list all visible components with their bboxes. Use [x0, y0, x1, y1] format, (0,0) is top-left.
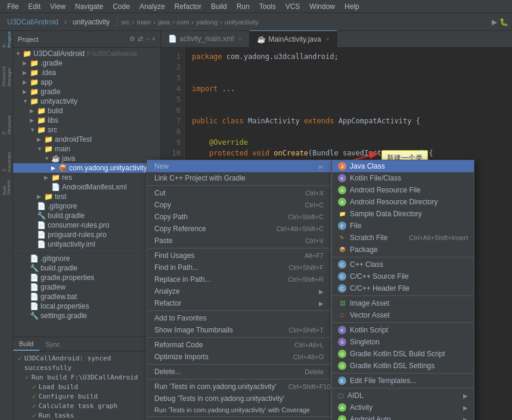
tree-root[interactable]: ▼ 📁 U3DCallAndroid F:\U3DCallAndroid	[13, 49, 160, 58]
tree-test-dir[interactable]: ▶ 📁 test	[13, 192, 160, 201]
menu-navigate[interactable]: Navigate	[70, 1, 108, 12]
sub-android-res-dir[interactable]: A Android Resource Directory	[332, 196, 474, 208]
tree-manifest-file[interactable]: ▶ 📄 AndroidManifest.xml	[13, 182, 160, 192]
ctx-refactor[interactable]: Refactor ▶	[147, 297, 331, 309]
tab-xml-close[interactable]: ×	[238, 36, 242, 42]
menu-code[interactable]: Code	[108, 1, 135, 12]
tree-package-dir[interactable]: ▶ 📦 com.yadong.unityactivity	[13, 163, 160, 173]
sub-edit-templates[interactable]: E Edit File Templates...	[332, 375, 474, 387]
tree-buildgradle2-file[interactable]: ▶ 🔧 build.gradle	[13, 211, 160, 220]
menu-window[interactable]: Window	[305, 1, 340, 12]
toolbar-module[interactable]: unityactivity	[69, 17, 113, 27]
menu-file[interactable]: File	[2, 1, 23, 12]
sidebar-icon-buildvariants[interactable]: Build Variants	[1, 181, 13, 193]
tree-res-dir[interactable]: ▶ 📁 res	[13, 173, 160, 182]
ctx-reformat[interactable]: Reformat Code Ctrl+Alt+L	[147, 339, 331, 351]
tree-rootbuildgradle-file[interactable]: ▶ 🔧 build.gradle	[13, 263, 160, 273]
ctx-run-coverage[interactable]: Run 'Tests in com.yadong.unityactivity' …	[147, 405, 331, 415]
ctx-analyze[interactable]: Analyze ▶	[147, 285, 331, 297]
sub-cpp-src[interactable]: C C/C++ Source File	[332, 270, 474, 282]
tree-gradle-dir[interactable]: ▶ 📁 .gradle	[13, 58, 160, 68]
ctx-optimize[interactable]: Optimize Imports Ctrl+Alt+O	[147, 351, 331, 363]
menu-tools[interactable]: Tools	[255, 1, 281, 12]
menu-analyze[interactable]: Analyze	[135, 1, 170, 12]
ctx-debug-tests[interactable]: Debug 'Tests in com.yadong.unityactivity…	[147, 393, 331, 405]
sub-gradle-settings[interactable]: G Gradle Kotlin DSL Settings	[332, 360, 474, 372]
tab-mainactivity-java[interactable]: ☕ MainActivity.java ×	[250, 30, 337, 47]
toolbar-project[interactable]: U3DCallAndroid	[4, 17, 62, 27]
sidebar-icon-resource[interactable]: Resource Manager	[1, 70, 13, 82]
ctx-replace-path[interactable]: Replace in Path... Ctrl+Shift+R	[147, 273, 331, 285]
sub-aidl[interactable]: ⬡ AIDL ▶	[332, 390, 474, 402]
tree-gradle2-dir[interactable]: ▶ 📁 gradle	[13, 87, 160, 97]
panel-minus-icon[interactable]: −	[145, 35, 149, 43]
sub-cpp-hdr[interactable]: C C/C++ Header File	[332, 282, 474, 294]
sub-scratch[interactable]: ✎ Scratch File Ctrl+Alt+Shift+Insert	[332, 232, 474, 244]
ctx-copy-path[interactable]: Copy Path Ctrl+Shift+C	[147, 211, 331, 223]
toolbar-debug-btn[interactable]: 🐛	[499, 18, 508, 26]
tree-libs-dir[interactable]: ▶ 📁 libs	[13, 116, 160, 125]
tree-src-dir[interactable]: ▼ 📁 src	[13, 125, 160, 135]
tree-gitignore2-file[interactable]: ▶ 📄 .gitignore	[13, 201, 160, 211]
tree-iml-file[interactable]: ▶ 📄 unityactivity.iml	[13, 239, 160, 249]
sub-android-res-file[interactable]: A Android Resource File	[332, 184, 474, 196]
ctx-copy[interactable]: Copy Ctrl+C	[147, 199, 331, 211]
toolbar-run-btn[interactable]: ▶	[492, 18, 497, 26]
ctx-show-thumbnails[interactable]: Show Image Thumbnails Ctrl+Shift+T	[147, 324, 331, 336]
sub-kotlin-file[interactable]: K Kotlin File/Class	[332, 172, 474, 184]
menu-run[interactable]: Run	[232, 1, 255, 12]
sub-cpp-class[interactable]: C C++ Class	[332, 259, 474, 270]
tab-sync[interactable]: Sync	[39, 337, 66, 351]
tree-consumer-file[interactable]: ▶ 📄 consumer-rules.pro	[13, 220, 160, 230]
sub-java-class[interactable]: J Java Class	[332, 160, 474, 172]
sub-activity[interactable]: A Activity ▶	[332, 402, 474, 413]
sub-singleton[interactable]: S Singleton	[332, 336, 474, 348]
tree-unity-dir[interactable]: ▼ 📁 unityactivity	[13, 97, 160, 106]
ctx-delete[interactable]: Delete... Delete	[147, 366, 331, 378]
tree-rootgitignore-file[interactable]: ▶ 📄 .gitignore	[13, 254, 160, 263]
menu-build[interactable]: Build	[206, 1, 232, 12]
tree-gradleprop-file[interactable]: ▶ 📄 gradle.properties	[13, 273, 160, 282]
tree-androidtest-dir[interactable]: ▶ 📁 androidTest	[13, 135, 160, 144]
sub-file[interactable]: F File	[332, 220, 474, 232]
tree-proguard-file[interactable]: ▶ 📄 proguard-rules.pro	[13, 230, 160, 239]
tree-gradlew-file[interactable]: ▶ 📄 gradlew	[13, 282, 160, 292]
ctx-find-path[interactable]: Find in Path... Ctrl+Shift+F	[147, 262, 331, 273]
sub-kotlin-script[interactable]: K Kotlin Script	[332, 324, 474, 336]
panel-sync-icon[interactable]: ⇄	[138, 35, 143, 43]
tree-build-dir[interactable]: ▶ 📁 build	[13, 106, 160, 116]
tree-idea-dir[interactable]: ▶ 📁 .idea	[13, 68, 160, 77]
sidebar-icon-favorites[interactable]: 2: Favorites	[1, 156, 13, 168]
menu-view[interactable]: View	[45, 1, 70, 12]
tree-localprop-file[interactable]: ▶ 📄 local.properties	[13, 301, 160, 311]
sub-package[interactable]: 📦 Package	[332, 244, 474, 256]
tab-build[interactable]: Build	[13, 337, 39, 351]
menu-vcs[interactable]: VCS	[281, 1, 305, 12]
tree-settingsgradle-file[interactable]: ▶ 🔧 settings.gradle	[13, 311, 160, 321]
sub-android-auto[interactable]: A Android Auto ▶	[332, 413, 474, 420]
ctx-cut[interactable]: Cut Ctrl+X	[147, 187, 331, 199]
sub-sample-data[interactable]: 📁 Sample Data Directory	[332, 208, 474, 220]
ctx-new[interactable]: New ▶	[147, 160, 331, 172]
tree-gradlewbat-file[interactable]: ▶ 📄 gradlew.bat	[13, 292, 160, 301]
ctx-run-tests[interactable]: Run 'Tests in com.yadong.unityactivity' …	[147, 381, 331, 393]
panel-close-icon[interactable]: ×	[152, 35, 156, 43]
tree-app-dir[interactable]: ▶ 📁 app	[13, 77, 160, 87]
tab-java-close[interactable]: ×	[326, 36, 330, 42]
tab-activity-xml[interactable]: 📄 activity_main.xml ×	[161, 30, 250, 47]
menu-help[interactable]: Help	[340, 1, 364, 12]
menu-refactor[interactable]: Refactor	[170, 1, 206, 12]
ctx-paste[interactable]: Paste Ctrl+V	[147, 235, 331, 247]
tree-main-dir[interactable]: ▼ 📁 main	[13, 144, 160, 154]
sidebar-icon-project[interactable]: 1: Project	[1, 33, 13, 45]
tree-java-dir[interactable]: ▼ ☕ java	[13, 154, 160, 163]
ctx-copy-ref[interactable]: Copy Reference Ctrl+Alt+Shift+C	[147, 223, 331, 235]
ctx-add-fav[interactable]: Add to Favorites	[147, 312, 331, 324]
panel-gear-icon[interactable]: ⚙	[129, 35, 135, 43]
ctx-link-cpp[interactable]: Link C++ Project with Gradle	[147, 172, 331, 184]
ctx-find-usages[interactable]: Find Usages Alt+F7	[147, 250, 331, 262]
sidebar-icon-structure[interactable]: Z: Structure	[1, 119, 13, 131]
sub-gradle-build[interactable]: G Gradle Kotlin DSL Build Script	[332, 348, 474, 360]
sub-image-asset[interactable]: 🖼 Image Asset	[332, 297, 474, 309]
sub-vector-asset[interactable]: ⬡ Vector Asset	[332, 309, 474, 321]
